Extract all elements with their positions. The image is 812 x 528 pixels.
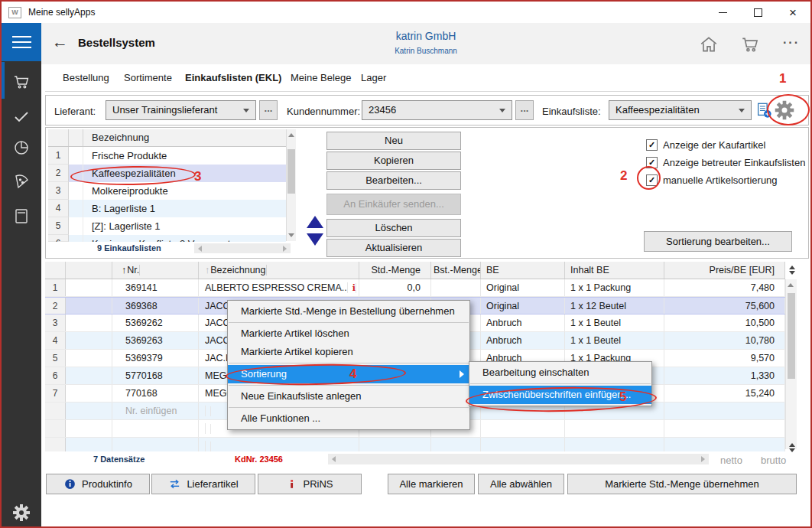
action-button[interactable]: Löschen	[326, 219, 461, 237]
sidebar-cart-icon[interactable]	[12, 73, 31, 91]
scrollbar-thumb[interactable]	[287, 149, 295, 194]
column-inhalt-be[interactable]: Inhalt BE	[565, 262, 664, 279]
move-up-icon[interactable]	[307, 216, 323, 228]
menu-item[interactable]	[229, 322, 469, 323]
info-marker-icon[interactable]	[210, 424, 211, 434]
tab[interactable]: Einkaufslisten (EKL)	[185, 72, 281, 83]
cell-nr[interactable]: 369368	[112, 298, 199, 314]
maximize-button[interactable]	[740, 2, 775, 23]
sidebar-pie-chart-icon[interactable]	[12, 138, 31, 156]
scroll-up-arrow[interactable]	[788, 283, 794, 287]
cell-std-menge[interactable]: 0,0	[359, 279, 431, 296]
scroll-up-arrow[interactable]	[288, 133, 294, 137]
sidebar-check-icon[interactable]	[12, 107, 31, 125]
cart-icon[interactable]	[740, 34, 760, 54]
checkbox-option[interactable]: ✓ Anzeige betreuter Einkaufslisten	[646, 154, 805, 171]
info-marker-icon[interactable]: i	[352, 283, 356, 293]
list-item[interactable]: 1 Frische Produkte	[48, 147, 286, 165]
settings-gear-icon[interactable]	[774, 99, 795, 121]
hamburger-menu-button[interactable]	[2, 23, 41, 61]
cell-nr[interactable]: Nr. einfügen	[112, 403, 199, 419]
menu-item[interactable]	[229, 363, 469, 363]
menu-item[interactable]: Markierte Artikel löschen	[228, 324, 469, 343]
action-button[interactable]: Aktualisieren	[326, 239, 461, 257]
cell-std-menge[interactable]	[359, 438, 431, 451]
produktinfo-button[interactable]: Produktinfo	[46, 474, 150, 494]
table-vertical-scrollbar[interactable]	[785, 279, 797, 449]
list-item[interactable]: 4 B: Lagerliste 1	[48, 200, 286, 217]
table-horizontal-scrollbar[interactable]	[328, 454, 709, 464]
scroll-down-arrow[interactable]	[288, 233, 294, 237]
action-button[interactable]: An Einkäufer senden...	[326, 194, 461, 215]
column-resize-icon[interactable]	[788, 443, 796, 452]
cell-nr[interactable]: 5369262	[112, 315, 199, 331]
cell-nr[interactable]	[112, 420, 199, 437]
cell-bezeichnung[interactable]: ALBERTO ESPRESSO CREMA..i	[199, 279, 359, 296]
column-bezeichnung[interactable]: ↑Bezeichnung	[199, 262, 359, 279]
column-bezeichnung[interactable]: Bezeichnung	[83, 129, 286, 146]
menu-item[interactable]	[229, 407, 469, 408]
cell-nr[interactable]: 369141	[112, 279, 199, 296]
edit-sorting-button[interactable]: Sortierung bearbeiten...	[644, 231, 792, 252]
cell-nr[interactable]: 5770168	[112, 367, 199, 384]
scroll-right-arrow[interactable]	[701, 456, 705, 462]
netto-toggle[interactable]: netto	[720, 455, 742, 466]
action-button[interactable]: Neu	[326, 132, 461, 150]
sidebar-pizza-icon[interactable]	[12, 172, 31, 191]
table-row[interactable]: 1 369141 ALBERTO ESPRESSO CREMA..i 0,0 O…	[45, 279, 785, 297]
menu-item[interactable]: Bearbeitung einschalten	[469, 363, 651, 382]
menu-item[interactable]: Alle Funktionen ...	[228, 409, 469, 428]
table-row[interactable]	[45, 438, 785, 451]
tab[interactable]: Sortimente	[124, 72, 172, 83]
checkbox[interactable]: ✓	[646, 139, 658, 151]
prins-button[interactable]: PRiNS	[258, 474, 362, 494]
cell-nr[interactable]: 5369263	[112, 332, 199, 349]
menu-item[interactable]: Sortierung	[228, 365, 469, 383]
scroll-left-arrow[interactable]	[332, 456, 336, 462]
column-nr[interactable]: ↑Nr.	[112, 262, 199, 279]
tab[interactable]: Lager	[361, 72, 386, 83]
column-resize-icon[interactable]	[788, 266, 796, 275]
kundennummer-select[interactable]: 23456	[362, 100, 512, 120]
cell-bezeichnung[interactable]	[199, 438, 359, 451]
checkbox[interactable]: ✓	[646, 157, 658, 168]
list-item[interactable]: 6 Kopie von Kaufliste 3 Vormonate	[48, 235, 286, 242]
checkbox[interactable]: ✓	[646, 174, 658, 186]
home-icon[interactable]	[699, 34, 719, 54]
checkbox-option[interactable]: ✓ manuelle Artikelsortierung	[646, 171, 805, 189]
checkbox-option[interactable]: ✓ Anzeige der Kaufartikel	[646, 136, 805, 154]
deselect-all-button[interactable]: Alle abwählen	[478, 474, 564, 494]
ekl-list-header[interactable]: Bezeichnung	[48, 129, 286, 147]
cell-nr[interactable]: 770168	[112, 385, 199, 402]
sidebar-book-icon[interactable]	[12, 207, 31, 225]
close-button[interactable]: ×	[775, 2, 810, 23]
list-item[interactable]: 5 [Z]: Lagerliste 1	[48, 217, 286, 235]
lieferartikel-button[interactable]: Lieferartikel	[151, 474, 255, 494]
tab[interactable]: Meine Belege	[291, 72, 352, 83]
sidebar-settings-icon[interactable]	[12, 504, 31, 522]
info-marker-icon[interactable]	[210, 442, 211, 451]
scrollbar-thumb[interactable]	[788, 293, 795, 379]
column-std-menge[interactable]: Std.-Menge	[359, 262, 431, 279]
tab[interactable]: Bestellung	[63, 72, 109, 83]
scroll-right-arrow[interactable]	[283, 246, 287, 252]
action-button[interactable]: Bearbeiten...	[326, 171, 461, 190]
select-all-button[interactable]: Alle markieren	[388, 474, 475, 494]
ekl-vertical-scrollbar[interactable]	[286, 129, 296, 241]
cell-nr[interactable]: 5369379	[112, 350, 199, 367]
list-item[interactable]: 2 Kaffeespezialitäten	[48, 165, 286, 182]
info-marker-icon[interactable]	[210, 406, 211, 416]
lieferant-more-button[interactable]: ...	[259, 100, 278, 120]
action-button[interactable]: Kopieren	[326, 152, 461, 170]
brutto-toggle[interactable]: brutto	[761, 455, 786, 466]
add-list-icon[interactable]	[755, 102, 772, 119]
kundennummer-more-button[interactable]: ...	[515, 100, 534, 120]
menu-item[interactable]: Markierte Artikel kopieren	[228, 343, 469, 361]
more-options-icon[interactable]: ···	[783, 36, 800, 50]
scroll-left-arrow[interactable]	[198, 246, 202, 252]
minimize-button[interactable]	[705, 2, 740, 23]
menu-item[interactable]: Neue Einkaufsliste anlegen	[228, 387, 469, 406]
cell-nr[interactable]	[112, 438, 199, 451]
column-be[interactable]: BE	[481, 262, 565, 279]
move-down-icon[interactable]	[307, 233, 323, 246]
